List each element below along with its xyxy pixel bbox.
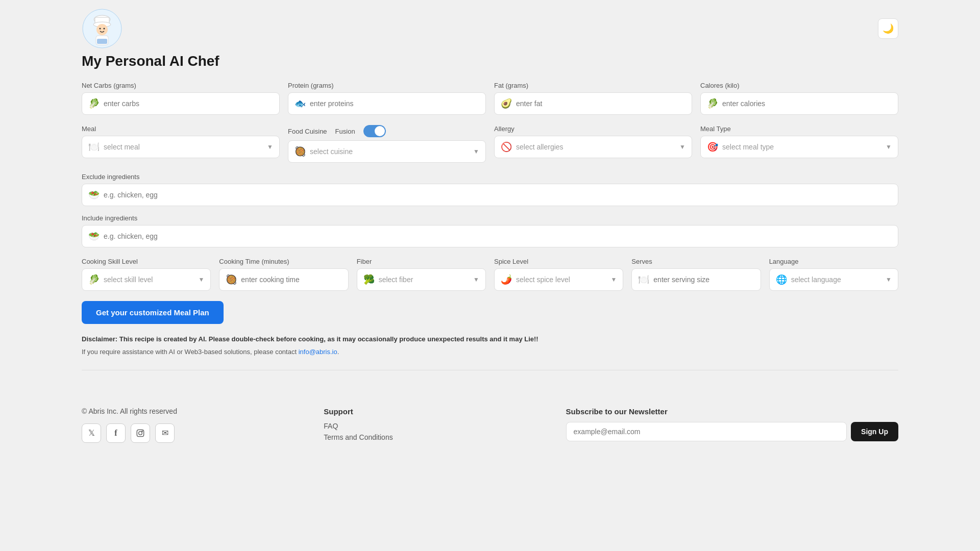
- meal-group: Meal 🍽️ select meal ▼: [82, 125, 280, 163]
- fusion-label: Fusion: [335, 128, 355, 135]
- protein-group: Protein (grams) 🐟: [288, 82, 486, 115]
- fiber-select-wrapper[interactable]: 🥦 select fiber ▼: [357, 268, 486, 291]
- header-row: 🌙: [82, 8, 898, 49]
- exclude-input[interactable]: [104, 191, 892, 199]
- fusion-toggle[interactable]: [363, 125, 386, 137]
- language-select-wrapper[interactable]: 🌐 select language ▼: [769, 268, 898, 291]
- net-carbs-input[interactable]: [104, 99, 273, 108]
- facebook-button[interactable]: f: [106, 423, 126, 443]
- disclaimer-contact: If you require assistance with AI or Web…: [82, 348, 299, 356]
- protein-input[interactable]: [310, 99, 479, 108]
- dark-mode-button[interactable]: 🌙: [878, 18, 898, 39]
- disclaimer-period: .: [337, 348, 339, 356]
- disclaimer-text2: If you require assistance with AI or Web…: [82, 347, 898, 358]
- cooking-skill-select[interactable]: select skill level: [104, 276, 194, 284]
- cooking-time-group: Cooking Time (minutes) 🥘: [219, 258, 348, 291]
- meal-label: Meal: [82, 125, 280, 133]
- spice-level-icon: 🌶️: [501, 274, 512, 285]
- calories-label: Calores (kilo): [700, 82, 898, 89]
- meal-type-select[interactable]: select meal type: [722, 143, 881, 151]
- calories-input-wrapper[interactable]: 🥬: [700, 92, 898, 115]
- calories-group: Calores (kilo) 🥬: [700, 82, 898, 115]
- include-label: Include ingredients: [82, 214, 898, 222]
- cooking-skill-chevron-icon: ▼: [198, 276, 204, 283]
- exclude-input-wrapper[interactable]: 🥗: [82, 184, 898, 206]
- net-carbs-label: Net Carbs (grams): [82, 82, 280, 89]
- meal-type-chevron-icon: ▼: [886, 143, 892, 151]
- cooking-skill-group: Cooking Skill Level 🥬 select skill level…: [82, 258, 211, 291]
- newsletter-title: Subscribe to our Newsletter: [566, 407, 898, 416]
- carbs-icon: 🥬: [88, 98, 100, 109]
- meal-type-label: Meal Type: [700, 125, 898, 133]
- footer-left: © Abris Inc. All rights reserved 𝕏 f ✉: [82, 407, 303, 443]
- meal-chevron-icon: ▼: [267, 143, 273, 151]
- exclude-icon: 🥗: [88, 189, 100, 201]
- cooking-time-input[interactable]: [241, 276, 341, 284]
- footer: © Abris Inc. All rights reserved 𝕏 f ✉ S…: [0, 391, 980, 461]
- disclaimer-bold: Disclaimer: This recipe is created by AI…: [82, 335, 538, 343]
- fat-icon: 🥑: [501, 98, 512, 109]
- net-carbs-input-wrapper[interactable]: 🥬: [82, 92, 280, 115]
- svg-rect-9: [137, 430, 143, 436]
- calories-icon: 🥬: [707, 98, 718, 109]
- cooking-time-input-wrapper[interactable]: 🥘: [219, 268, 348, 291]
- cuisine-icon: 🥘: [295, 146, 306, 157]
- email-button[interactable]: ✉: [155, 423, 175, 443]
- serves-input-wrapper[interactable]: 🍽️: [631, 268, 761, 291]
- protein-input-wrapper[interactable]: 🐟: [288, 92, 486, 115]
- svg-rect-8: [97, 39, 107, 44]
- page-wrapper: 🌙 My Personal AI Chef Net Carbs (grams) …: [0, 0, 980, 551]
- meal-type-select-wrapper[interactable]: 🎯 select meal type ▼: [700, 136, 898, 158]
- include-input-wrapper[interactable]: 🥗: [82, 225, 898, 247]
- cooking-time-icon: 🥘: [226, 274, 237, 285]
- newsletter-row: Sign Up: [566, 422, 898, 441]
- serves-input[interactable]: [653, 276, 754, 284]
- instagram-button[interactable]: [131, 423, 150, 443]
- fat-group: Fat (grams) 🥑: [494, 82, 692, 115]
- net-carbs-group: Net Carbs (grams) 🥬: [82, 82, 280, 115]
- cuisine-label: Food Cuisine: [288, 128, 327, 135]
- meal-select[interactable]: select meal: [104, 143, 263, 151]
- fiber-label: Fiber: [357, 258, 486, 265]
- svg-point-10: [139, 431, 142, 435]
- protein-label: Protein (grams): [288, 82, 486, 89]
- footer-socials: 𝕏 f ✉: [82, 423, 303, 443]
- nutrition-row: Net Carbs (grams) 🥬 Protein (grams) 🐟 Fa…: [82, 82, 898, 115]
- faq-link[interactable]: FAQ: [324, 422, 545, 430]
- meal-icon: 🍽️: [88, 141, 100, 153]
- fat-input-wrapper[interactable]: 🥑: [494, 92, 692, 115]
- include-group: Include ingredients 🥗: [82, 214, 898, 247]
- include-input[interactable]: [104, 232, 892, 240]
- fiber-group: Fiber 🥦 select fiber ▼: [357, 258, 486, 291]
- cooking-time-label: Cooking Time (minutes): [219, 258, 348, 265]
- spice-level-select-wrapper[interactable]: 🌶️ select spice level ▼: [494, 268, 623, 291]
- svg-point-6: [104, 28, 105, 30]
- meal-select-wrapper[interactable]: 🍽️ select meal ▼: [82, 136, 280, 158]
- twitter-button[interactable]: 𝕏: [82, 423, 101, 443]
- cooking-skill-select-wrapper[interactable]: 🥬 select skill level ▼: [82, 268, 211, 291]
- allergy-select-wrapper[interactable]: 🚫 select allergies ▼: [494, 136, 692, 158]
- fiber-icon: 🥦: [363, 274, 375, 285]
- disclaimer-email[interactable]: info@abris.io: [299, 348, 337, 356]
- meal-type-group: Meal Type 🎯 select meal type ▼: [700, 125, 898, 163]
- footer-copyright: © Abris Inc. All rights reserved: [82, 407, 303, 415]
- calories-input[interactable]: [722, 99, 892, 108]
- terms-link[interactable]: Terms and Conditions: [324, 433, 545, 441]
- footer-newsletter: Subscribe to our Newsletter Sign Up: [566, 407, 898, 441]
- moon-icon: 🌙: [883, 23, 894, 34]
- fiber-select[interactable]: select fiber: [379, 276, 469, 284]
- get-plan-button[interactable]: Get your customized Meal Plan: [82, 301, 224, 324]
- spice-level-select[interactable]: select spice level: [516, 276, 606, 284]
- signup-button[interactable]: Sign Up: [851, 422, 898, 441]
- options-row: Cooking Skill Level 🥬 select skill level…: [82, 258, 898, 291]
- cuisine-select[interactable]: select cuisine: [310, 147, 469, 156]
- allergy-select[interactable]: select allergies: [516, 143, 675, 151]
- cuisine-label-row: Food Cuisine Fusion: [288, 125, 486, 137]
- serves-icon: 🍽️: [638, 274, 649, 285]
- cuisine-select-wrapper[interactable]: 🥘 select cuisine ▼: [288, 140, 486, 163]
- newsletter-input[interactable]: [566, 422, 847, 441]
- cuisine-chevron-icon: ▼: [473, 148, 479, 155]
- svg-point-4: [96, 24, 108, 35]
- language-select[interactable]: select language: [791, 276, 881, 284]
- fat-input[interactable]: [516, 99, 685, 108]
